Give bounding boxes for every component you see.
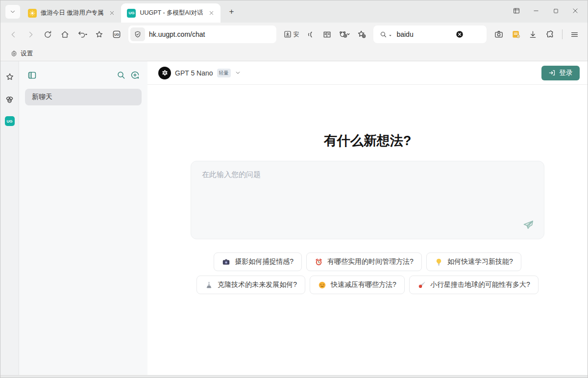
suggestion-chip[interactable]: 克隆技术的未来发展如何? [196, 276, 305, 294]
search-box[interactable] [373, 25, 487, 43]
comet-emoji-icon [417, 281, 426, 289]
maxthon-sun-icon [28, 9, 37, 18]
add-bookmark-button[interactable] [353, 26, 369, 43]
chat-main: GPT 5 Nano 轻量 登录 有什么新想法? [147, 61, 588, 375]
relieved-face-emoji-icon [318, 281, 326, 289]
address-bar[interactable] [128, 25, 276, 43]
downloads-button[interactable] [525, 26, 541, 43]
suggestion-chip[interactable]: 小行星撞击地球的可能性有多大? [409, 276, 539, 294]
suggestion-text: 克隆技术的未来发展如何? [218, 280, 297, 289]
refresh-icon [43, 30, 52, 39]
safe-download-button[interactable]: 安 [281, 26, 301, 43]
home-button[interactable] [57, 26, 73, 43]
chat-header: GPT 5 Nano 轻量 登录 [147, 61, 588, 85]
chat-body: 有什么新想法? 摄影如何捕捉情感? 有哪些实 [147, 85, 588, 375]
ug-launcher-icon: UG [112, 29, 122, 39]
screenshot-button[interactable] [490, 26, 507, 43]
extensions-button[interactable] [542, 26, 558, 43]
gear-icon [10, 50, 18, 57]
tab-title: 傲游今日 傲游用户专属 [41, 9, 103, 17]
search-chats-button[interactable] [114, 68, 128, 82]
uugpt-rail-icon[interactable]: UG [5, 116, 15, 126]
tab-close-icon[interactable] [207, 9, 216, 18]
tab-close-icon[interactable] [107, 9, 116, 18]
collapse-sidebar-button[interactable] [25, 68, 39, 82]
content-area: UG 新聊天 GPT 5 Nano 轻量 [0, 61, 588, 375]
suggestion-chip[interactable]: 有哪些实用的时间管理方法? [306, 252, 422, 271]
bookmark-label: 设置 [21, 50, 33, 58]
prompt-input[interactable] [202, 170, 533, 219]
read-aloud-button[interactable] [302, 26, 318, 43]
login-button[interactable]: 登录 [541, 66, 580, 80]
tab-title: UUGPT - 多模型AI对话 [140, 9, 203, 17]
camera-emoji-icon [222, 258, 230, 266]
adblock-button[interactable] [336, 26, 352, 43]
back-button[interactable] [5, 26, 22, 43]
refresh-button[interactable] [40, 26, 56, 43]
favorite-star-button[interactable] [91, 26, 107, 43]
main-menu-button[interactable] [566, 26, 583, 43]
suggestion-chip[interactable]: 摄影如何捕捉情感? [214, 252, 302, 271]
suggestion-text: 快速减压有哪些方法? [331, 280, 396, 289]
tab-bar: 傲游今日 傲游用户专属 UG UUGPT - 多模型AI对话 + [0, 0, 588, 23]
close-icon[interactable] [567, 4, 584, 17]
openai-logo-icon [158, 67, 171, 79]
suggestion-text: 有哪些实用的时间管理方法? [327, 257, 414, 266]
download-icon [528, 30, 538, 39]
hamburger-menu-icon [570, 30, 579, 39]
maximize-icon[interactable] [547, 4, 564, 17]
prompt-input-card[interactable] [191, 161, 544, 239]
send-button[interactable] [520, 217, 536, 233]
forward-button[interactable] [23, 26, 39, 43]
chat-sidebar: 新聊天 [19, 61, 147, 375]
suggestion-chip[interactable]: 快速减压有哪些方法? [310, 276, 405, 294]
new-chat-button[interactable] [128, 68, 142, 82]
tab-maxthon-today[interactable]: 傲游今日 傲游用户专属 [22, 3, 121, 23]
undo-icon [77, 30, 88, 39]
tab-uugpt[interactable]: UG UUGPT - 多模型AI对话 [121, 3, 220, 23]
note-icon [511, 29, 521, 39]
bee-notes-icon[interactable] [4, 94, 16, 105]
back-icon [9, 30, 18, 39]
login-label: 登录 [559, 69, 573, 77]
reader-mode-button[interactable] [319, 26, 335, 43]
login-arrow-icon [548, 69, 556, 76]
note-collect-button[interactable] [508, 26, 524, 43]
site-shield-icon[interactable] [130, 27, 145, 41]
chat-sidebar-header [25, 68, 142, 82]
suggestion-text: 摄影如何捕捉情感? [235, 257, 294, 266]
window-bottom-edge [0, 375, 588, 378]
clear-search-icon[interactable] [455, 30, 464, 39]
address-input[interactable] [149, 30, 271, 38]
chat-item-label: 新聊天 [32, 93, 52, 101]
search-engine-dropdown-icon[interactable] [388, 33, 392, 38]
new-chat-icon [130, 70, 140, 80]
read-aloud-icon [305, 30, 315, 39]
reader-mode-icon [322, 30, 332, 39]
search-input[interactable] [396, 30, 455, 38]
uugpt-favicon: UG [127, 9, 136, 18]
star-icon [95, 30, 104, 39]
puzzle-icon [545, 29, 555, 39]
suggestion-chip[interactable]: 如何快速学习新技能? [426, 252, 521, 271]
search-icon [379, 30, 388, 39]
ug-launcher-button[interactable]: UG [108, 26, 124, 43]
page-title: 有什么新想法? [324, 132, 412, 150]
favorites-star-icon[interactable] [4, 71, 16, 83]
home-icon [60, 30, 70, 39]
chat-list-item[interactable]: 新聊天 [25, 89, 142, 105]
safe-download-icon [283, 30, 292, 39]
undo-button[interactable] [74, 26, 90, 43]
side-rail: UG [0, 61, 19, 375]
model-badge: 轻量 [217, 69, 231, 77]
bookmark-settings[interactable]: 设置 [7, 48, 36, 59]
model-name: GPT 5 Nano [175, 69, 213, 77]
alarm-clock-emoji-icon [315, 258, 323, 266]
search-icon [116, 70, 126, 80]
minimize-icon[interactable] [528, 4, 544, 17]
model-selector[interactable]: GPT 5 Nano 轻量 [155, 65, 244, 81]
new-tab-button[interactable]: + [224, 5, 238, 19]
tab-list-dropdown-button[interactable] [5, 5, 20, 19]
camera-icon [494, 29, 504, 39]
boss-key-icon[interactable] [508, 4, 525, 17]
